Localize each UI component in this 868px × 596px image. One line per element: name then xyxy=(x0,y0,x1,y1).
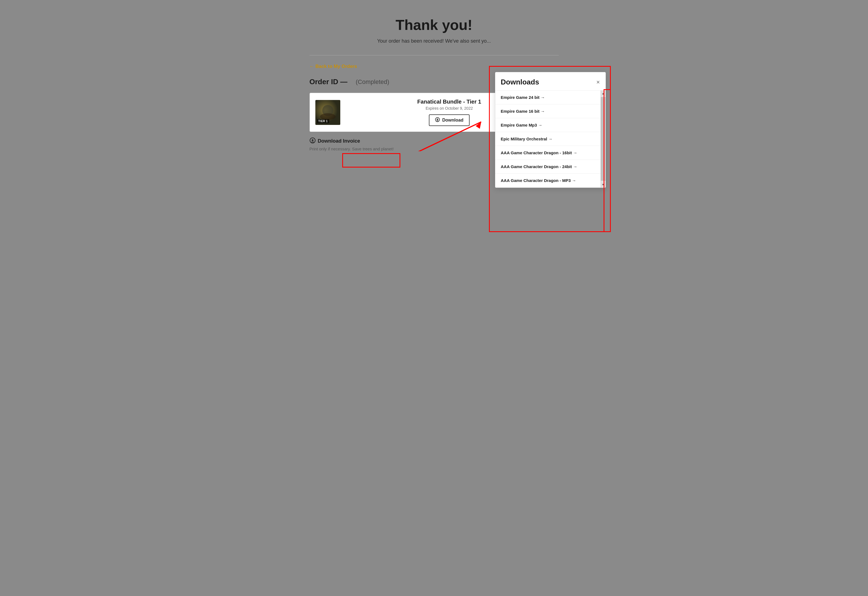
scroll-up-arrow[interactable]: ▲ xyxy=(601,90,605,96)
downloads-list: Empire Game 24 bit →Empire Game 16 bit →… xyxy=(495,90,605,188)
download-button[interactable]: Download xyxy=(429,114,469,126)
download-item-name: Empire Game 24 bit → xyxy=(501,95,545,100)
downloads-popup: Downloads × Empire Game 24 bit →Empire G… xyxy=(495,72,606,188)
popup-header: Downloads × xyxy=(495,72,605,90)
download-list-item[interactable]: AAA Game Character Dragon - MP3 → xyxy=(495,174,605,188)
back-to-orders-link[interactable]: ← Back to My Orders xyxy=(310,64,559,69)
download-invoice-label: Download Invoice xyxy=(318,138,360,144)
scroll-thumb[interactable] xyxy=(601,97,605,181)
download-item-name: Epic Military Orchestral → xyxy=(501,136,553,141)
download-btn-red-border xyxy=(342,153,400,167)
back-link-text: ← Back to My Orders xyxy=(310,64,357,69)
download-list-item[interactable]: AAA Game Character Dragon - 24bit → xyxy=(495,160,605,174)
page-title: Thank you! xyxy=(310,16,559,33)
download-list-item[interactable]: Empire Game 16 bit → xyxy=(495,104,605,118)
download-list-item[interactable]: Empire Game Mp3 → xyxy=(495,118,605,132)
download-list-item[interactable]: Empire Game 24 bit → xyxy=(495,90,605,104)
download-button-label: Download xyxy=(442,118,463,123)
download-list-item[interactable]: Epic Military Orchestral → xyxy=(495,132,605,146)
order-status: (Completed) xyxy=(356,78,389,86)
tier-badge: TIER 1 xyxy=(317,119,329,123)
download-invoice-link[interactable]: Download Invoice xyxy=(310,138,360,145)
download-item-name: AAA Game Character Dragon - 16bit → xyxy=(501,150,577,155)
order-id-label: Order ID — xyxy=(310,78,347,86)
invoice-download-icon xyxy=(310,138,316,145)
download-item-name: Empire Game 16 bit → xyxy=(501,109,545,114)
order-subtitle: Your order has been received! We've also… xyxy=(310,38,559,44)
download-item-name: Empire Game Mp3 → xyxy=(501,123,542,127)
download-list-item[interactable]: AAA Game Character Dragon - 16bit → xyxy=(495,146,605,160)
download-item-name: AAA Game Character Dragon - MP3 → xyxy=(501,178,576,183)
download-item-name: AAA Game Character Dragon - 24bit → xyxy=(501,164,577,169)
popup-title: Downloads xyxy=(501,78,539,86)
download-icon xyxy=(435,117,440,123)
divider xyxy=(310,55,559,55)
svg-point-2 xyxy=(320,113,335,120)
product-thumbnail: TIER 1 xyxy=(315,100,340,125)
scroll-down-arrow[interactable]: ▼ xyxy=(601,181,605,188)
close-button[interactable]: × xyxy=(596,79,600,85)
scrollbar-track: ▲ ▼ xyxy=(601,90,605,188)
